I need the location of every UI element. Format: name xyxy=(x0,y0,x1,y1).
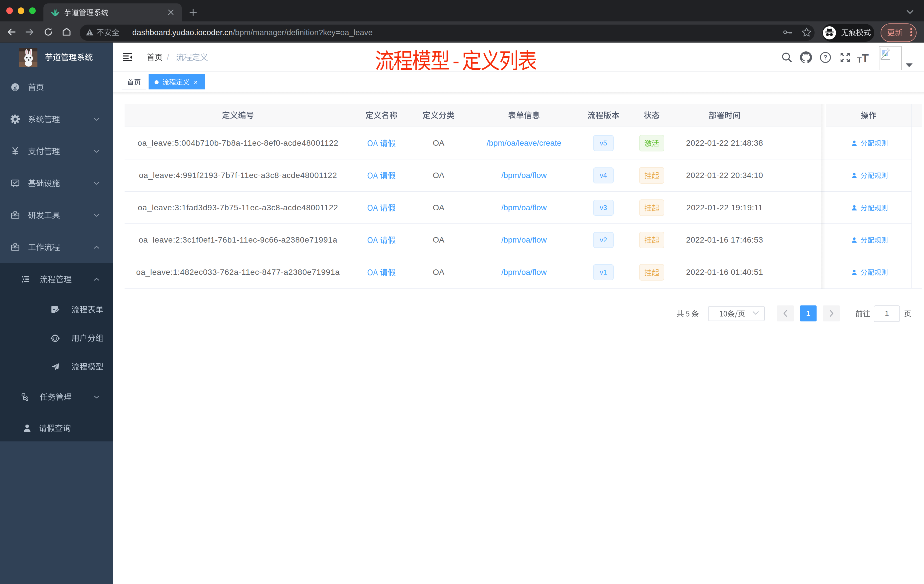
svg-text:?: ? xyxy=(823,54,827,61)
